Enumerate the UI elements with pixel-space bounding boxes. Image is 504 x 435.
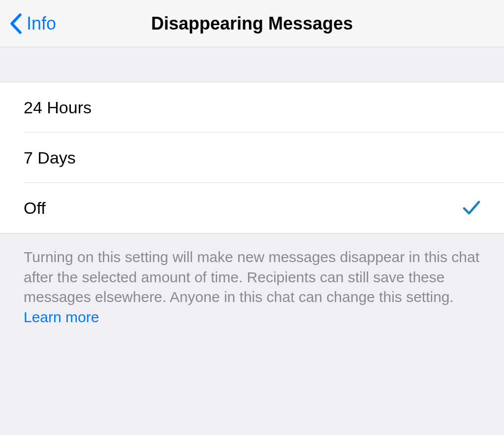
page-title: Disappearing Messages (10, 13, 494, 34)
chevron-left-icon (10, 13, 22, 34)
back-button[interactable]: Info (10, 13, 56, 34)
option-label: Off (24, 199, 46, 218)
learn-more-link[interactable]: Learn more (24, 309, 99, 325)
option-7-days[interactable]: 7 Days (0, 133, 504, 183)
option-off[interactable]: Off (0, 183, 504, 233)
navigation-bar: Info Disappearing Messages (0, 0, 504, 47)
checkmark-icon (463, 200, 480, 216)
option-label: 24 Hours (24, 98, 92, 117)
footer-text-content: Turning on this setting will make new me… (24, 249, 479, 305)
back-label: Info (27, 13, 56, 34)
options-list: 24 Hours 7 Days Off (0, 82, 504, 234)
footer-description: Turning on this setting will make new me… (0, 234, 504, 341)
option-24-hours[interactable]: 24 Hours (0, 82, 504, 133)
option-label: 7 Days (24, 148, 76, 167)
section-spacer (0, 47, 504, 82)
